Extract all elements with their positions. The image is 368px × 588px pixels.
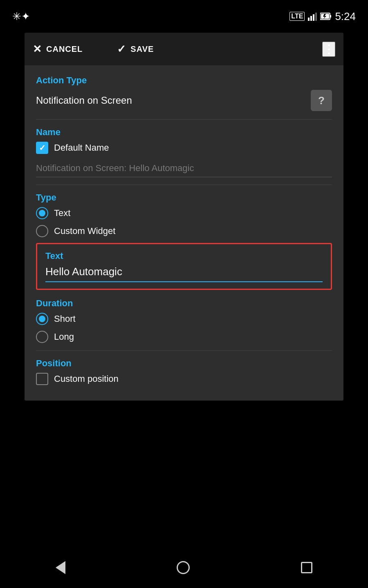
- action-type-row: Notification on Screen ?: [36, 90, 332, 111]
- divider-1: [36, 119, 332, 120]
- cancel-label: CANCEL: [46, 45, 83, 54]
- duration-short-row[interactable]: Short: [36, 313, 332, 325]
- radio-inner-short: [39, 316, 45, 322]
- type-widget-radio[interactable]: [36, 225, 48, 237]
- recents-icon: [301, 562, 312, 573]
- svg-rect-0: [308, 18, 310, 21]
- default-name-row[interactable]: ✓ Default Name: [36, 142, 332, 154]
- duration-long-label: Long: [54, 332, 74, 342]
- home-icon: [177, 561, 190, 574]
- divider-2: [36, 185, 332, 185]
- action-type-value: Notification on Screen: [36, 95, 132, 106]
- name-section: Name ✓ Default Name Notification on Scre…: [36, 127, 332, 177]
- save-icon: ✓: [117, 43, 126, 56]
- duration-label: Duration: [36, 298, 332, 309]
- bottom-nav: [0, 547, 368, 588]
- lte-badge: LTE: [289, 12, 305, 21]
- default-name-label: Default Name: [54, 143, 109, 153]
- text-section: Text Hello Automagic: [36, 243, 332, 290]
- type-section: Type Text Custom Widget: [36, 192, 332, 237]
- signal-icon: [308, 12, 317, 21]
- type-widget-row[interactable]: Custom Widget: [36, 225, 332, 237]
- svg-rect-2: [313, 14, 314, 21]
- back-button[interactable]: [56, 561, 65, 574]
- text-input[interactable]: Hello Automagic: [45, 265, 323, 282]
- type-label: Type: [36, 192, 332, 203]
- app-container: ✕ CANCEL ✓ SAVE ⋮ Action Type Notificati…: [25, 33, 343, 401]
- position-label: Position: [36, 358, 332, 369]
- cancel-icon: ✕: [33, 43, 42, 56]
- duration-long-row[interactable]: Long: [36, 331, 332, 343]
- duration-section: Duration Short Long: [36, 298, 332, 343]
- toolbar-left: ✕ CANCEL ✓ SAVE: [33, 43, 154, 56]
- status-left: ✳✦: [12, 10, 30, 23]
- svg-rect-1: [310, 16, 312, 21]
- battery-icon: [320, 12, 332, 21]
- status-right: LTE 5:24: [289, 10, 356, 23]
- help-button[interactable]: ?: [311, 90, 332, 111]
- default-name-checkbox[interactable]: ✓: [36, 142, 48, 154]
- back-icon: [56, 561, 65, 574]
- cancel-button[interactable]: ✕ CANCEL: [33, 43, 83, 56]
- recents-button[interactable]: [301, 562, 312, 573]
- svg-rect-3: [315, 13, 317, 21]
- custom-position-row[interactable]: Custom position: [36, 373, 332, 385]
- divider-3: [36, 350, 332, 351]
- home-button[interactable]: [177, 561, 190, 574]
- duration-short-radio[interactable]: [36, 313, 48, 325]
- type-widget-label: Custom Widget: [54, 226, 115, 236]
- more-vert-icon: ⋮: [323, 43, 334, 56]
- duration-long-radio[interactable]: [36, 331, 48, 343]
- content-area: Action Type Notification on Screen ? Nam…: [25, 65, 343, 401]
- custom-position-checkbox[interactable]: [36, 373, 48, 385]
- action-type-section: Action Type Notification on Screen ?: [36, 75, 332, 111]
- status-bar: ✳✦ LTE 5:24: [0, 0, 368, 33]
- custom-position-label: Custom position: [54, 374, 119, 384]
- save-label: SAVE: [130, 45, 154, 54]
- more-options-button[interactable]: ⋮: [322, 42, 335, 57]
- help-icon: ?: [318, 94, 325, 107]
- wand-icon: ✳✦: [12, 10, 30, 23]
- type-text-row[interactable]: Text: [36, 207, 332, 219]
- text-field-label: Text: [45, 251, 323, 261]
- duration-short-label: Short: [54, 314, 76, 324]
- save-button[interactable]: ✓ SAVE: [117, 43, 154, 56]
- checkmark-icon: ✓: [39, 143, 46, 153]
- action-type-label: Action Type: [36, 75, 332, 86]
- type-text-radio[interactable]: [36, 207, 48, 219]
- toolbar: ✕ CANCEL ✓ SAVE ⋮: [25, 33, 343, 65]
- svg-rect-5: [330, 15, 331, 18]
- time-display: 5:24: [335, 10, 356, 23]
- radio-inner-selected: [39, 210, 45, 216]
- name-label: Name: [36, 127, 332, 138]
- name-placeholder: Notification on Screen: Hello Automagic: [36, 160, 332, 177]
- type-text-label: Text: [54, 208, 70, 218]
- position-section: Position Custom position: [36, 358, 332, 385]
